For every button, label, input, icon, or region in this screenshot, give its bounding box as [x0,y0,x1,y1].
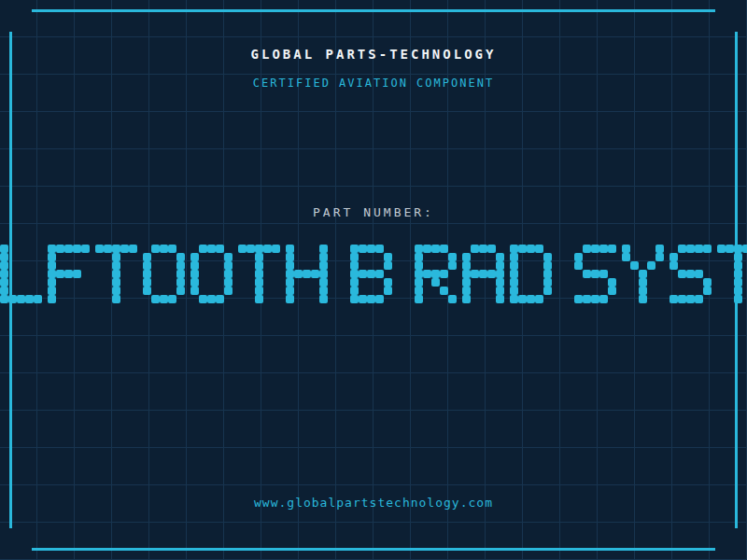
pixel-letter [622,245,664,303]
pixel-letter [238,245,280,303]
pixel-letter [462,245,504,303]
pixel-letter [95,245,137,303]
pixel-letter [574,245,616,303]
part-number-display [0,245,747,303]
pixel-letter [143,245,185,303]
frame-border-bottom [32,548,715,551]
pixel-letter [350,245,392,303]
pixel-letter [48,245,90,303]
pixel-letter [510,245,552,303]
certification-tagline: CERTIFIED AVIATION COMPONENT [0,77,747,90]
website-url: www.globalpartstechnology.com [0,496,747,510]
pixel-letter [286,245,328,303]
pixel-letter [0,245,42,303]
pixel-letter [717,245,747,303]
pixel-letter [669,245,712,303]
frame-border-top [32,9,715,12]
pixel-letter [415,245,457,303]
company-name: GLOBAL PARTS-TECHNOLOGY [0,47,747,62]
part-number-label: PART NUMBER: [0,205,747,219]
pixel-letter [190,245,233,303]
